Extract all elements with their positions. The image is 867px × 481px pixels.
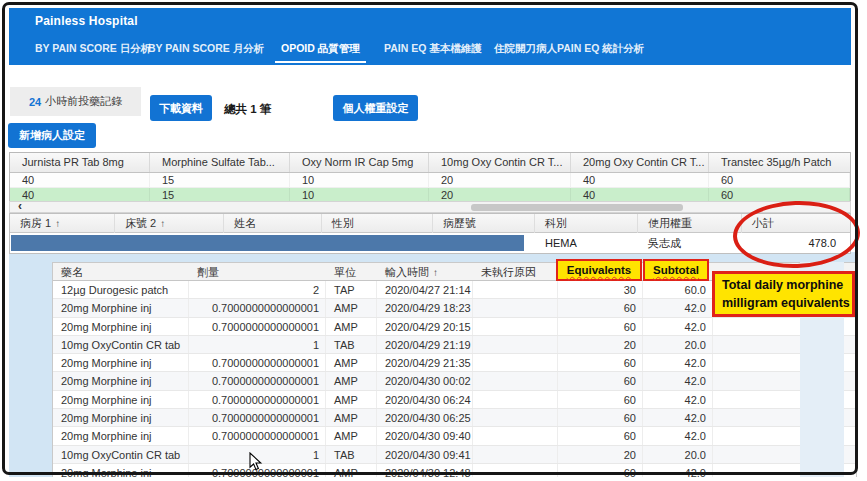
medication-reason-cell [473, 299, 558, 316]
medication-row[interactable]: 10mg OxyContin CR tab1TAB2020/04/30 09:4… [53, 446, 856, 464]
medication-unit-cell: AMP [326, 427, 377, 444]
redacted-patient-info-bar [11, 235, 524, 251]
column-header-weight-user[interactable]: 使用權重 [638, 214, 742, 233]
tab-pain-eq-maintenance[interactable]: PAIN EQ 基本檔維護 [378, 39, 488, 61]
medication-unit-cell: AMP [326, 372, 377, 389]
medication-equivalents-cell: 60 [558, 391, 643, 408]
scroll-left-arrow-icon[interactable]: ‹ [18, 200, 22, 212]
medication-row[interactable]: 10mg OxyContin CR tab1TAB2020/04/29 21:1… [53, 336, 856, 354]
patient-table: 病房 1↑ 床號 2↑ 姓名 性別 病歷號 科別 使用權重 小計 HEMA 吳志… [9, 213, 851, 254]
column-header-subtotal[interactable]: Subtotal [643, 259, 709, 281]
drug-dose-cell: 15 [150, 188, 290, 202]
drug-column-header[interactable]: 20mg Oxy Contin CR T... [571, 153, 709, 172]
medication-row[interactable]: 20mg Morphine inj0.7000000000000001AMP20… [53, 464, 856, 477]
drug-column-header[interactable]: Jurnista PR Tab 8mg [10, 153, 150, 172]
total-count-label: 總共 1 筆 [224, 102, 271, 117]
medication-drug-cell: 10mg OxyContin CR tab [53, 336, 189, 353]
medication-dose-cell: 0.7000000000000001 [189, 372, 326, 389]
personal-weight-settings-button[interactable]: 個人權重設定 [333, 95, 418, 121]
horizontal-scrollbar[interactable]: ‹ [9, 201, 851, 213]
medication-unit-cell: AMP [326, 464, 377, 477]
tab-by-pain-score-daily[interactable]: BY PAIN SCORE 日分析 [29, 39, 157, 61]
medication-drug-cell: 20mg Morphine inj [53, 354, 189, 371]
drug-dose-cell: 60 [709, 173, 850, 187]
drug-dose-cell: 40 [571, 173, 709, 187]
drug-table-row[interactable]: 401510204060 [10, 188, 850, 203]
medication-unit-cell: AMP [326, 318, 377, 335]
medication-equivalents-cell: 60 [558, 372, 643, 389]
tab-opoid-quality[interactable]: OPOID 品質管理 [275, 39, 366, 63]
scrollbar-thumb[interactable] [471, 204, 683, 211]
medication-time-cell: 2020/04/30 00:02 [377, 372, 473, 389]
column-header-chart-no[interactable]: 病歷號 [433, 214, 535, 233]
medication-dose-cell: 0.7000000000000001 [189, 354, 326, 371]
medication-row[interactable]: 20mg Morphine inj0.7000000000000001AMP20… [53, 427, 856, 445]
medication-row[interactable]: 20mg Morphine inj0.7000000000000001AMP20… [53, 391, 856, 409]
sort-asc-icon: ↑ [160, 218, 165, 229]
patient-row[interactable]: HEMA 吳志成 478.0 [10, 233, 850, 253]
add-patient-settings-button[interactable]: 新增病人設定 [8, 123, 96, 148]
drug-column-header[interactable]: Oxy Norm IR Cap 5mg [290, 153, 429, 172]
medication-unit-cell: AMP [326, 299, 377, 316]
medication-reason-cell [473, 372, 558, 389]
medication-drug-cell: 20mg Morphine inj [53, 427, 189, 444]
medication-unit-cell: AMP [326, 354, 377, 371]
column-header-name[interactable]: 姓名 [224, 214, 322, 233]
drug-summary-header-row: Jurnista PR Tab 8mg Morphine Sulfate Tab… [10, 153, 850, 173]
medication-dose-cell: 2 [189, 281, 326, 298]
app-title: Painless Hospital [35, 14, 138, 28]
drug-column-header[interactable]: Morphine Sulfate Tab... [150, 153, 290, 172]
medication-drug-cell: 12µg Durogesic patch [53, 281, 189, 298]
medication-time-cell: 2020/04/29 21:19 [377, 336, 473, 353]
medication-unit-cell: TAB [326, 446, 377, 463]
column-header-sex[interactable]: 性別 [322, 214, 433, 233]
drug-dose-cell: 15 [150, 173, 290, 187]
medication-reason-cell [473, 391, 558, 408]
medication-equivalents-cell: 60 [558, 427, 643, 444]
column-header-entry-time[interactable]: 輸入時間↑ [377, 263, 473, 282]
medication-reason-cell [473, 427, 558, 444]
medication-drug-cell: 20mg Morphine inj [53, 372, 189, 389]
medication-unit-cell: TAB [326, 336, 377, 353]
drug-column-header[interactable]: Transtec 35µg/h Patch [709, 153, 850, 172]
column-header-unit[interactable]: 單位 [326, 263, 377, 282]
screenshot-page: Painless Hospital BY PAIN SCORE 日分析 BY P… [0, 0, 867, 481]
medication-subtotal-cell: 42.0 [643, 318, 713, 335]
medication-equivalents-cell: 60 [558, 299, 643, 316]
tab-inpatient-pain-eq-stats[interactable]: 住院開刀病人PAIN EQ 統計分析 [488, 39, 650, 61]
medication-equivalents-cell: 20 [558, 336, 643, 353]
medication-time-cell: 2020/04/27 21:14 [377, 281, 473, 298]
column-header-drug-name[interactable]: 藥名 [53, 263, 189, 282]
drug-table-row[interactable]: 401510204060 [10, 173, 850, 188]
patient-dept-cell: HEMA [535, 233, 638, 253]
column-header-dept[interactable]: 科別 [535, 214, 638, 233]
drug-summary-table: Jurnista PR Tab 8mg Morphine Sulfate Tab… [9, 152, 851, 202]
column-header-bed[interactable]: 床號 2↑ [115, 214, 224, 233]
medication-dose-cell: 0.7000000000000001 [189, 299, 326, 316]
medication-dose-cell: 0.7000000000000001 [189, 318, 326, 335]
drug-column-header[interactable]: 10mg Oxy Contin CR T... [429, 153, 571, 172]
tab-by-pain-score-monthly[interactable]: BY PAIN SCORE 月分析 [142, 39, 270, 61]
medication-equivalents-cell: 30 [558, 281, 643, 298]
medication-dose-cell: 0.7000000000000001 [189, 427, 326, 444]
medication-dose-cell: 1 [189, 336, 326, 353]
medication-row[interactable]: 20mg Morphine inj0.7000000000000001AMP20… [53, 354, 856, 372]
medication-row[interactable]: 20mg Morphine inj0.7000000000000001AMP20… [53, 409, 856, 427]
column-header-equivalents[interactable]: Equivalents [556, 259, 642, 281]
column-header-dose[interactable]: 劑量 [189, 263, 326, 282]
download-data-button[interactable]: 下載資料 [150, 95, 212, 121]
medication-subtotal-cell: 42.0 [643, 391, 713, 408]
medication-row[interactable]: 20mg Morphine inj0.7000000000000001AMP20… [53, 372, 856, 390]
column-header-ward[interactable]: 病房 1↑ [10, 214, 115, 233]
records-24h-badge: 24 小時前投藥記錄 [10, 87, 141, 116]
annotation-note-line1: Total daily morphine [722, 276, 850, 294]
medication-row[interactable]: 20mg Morphine inj0.7000000000000001AMP20… [53, 318, 856, 336]
column-header-not-executed-reason[interactable]: 未執行原因 [473, 263, 558, 282]
medication-equivalents-cell: 20 [558, 446, 643, 463]
drug-dose-cell: 60 [709, 188, 850, 202]
medication-subtotal-cell: 42.0 [643, 427, 713, 444]
medication-subtotal-cell: 60.0 [643, 281, 713, 298]
medication-subtotal-cell: 20.0 [643, 446, 713, 463]
sort-asc-icon: ↑ [55, 218, 60, 229]
medication-dose-cell: 0.7000000000000001 [189, 409, 326, 426]
